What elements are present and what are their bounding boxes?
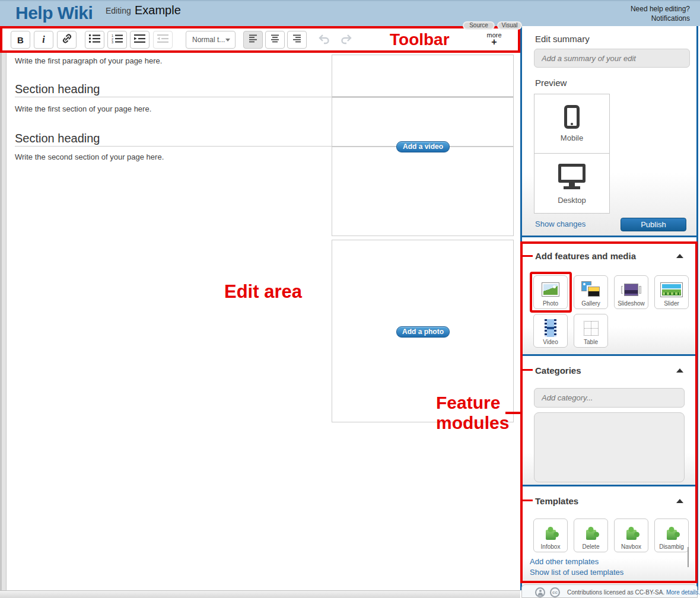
redo-icon: [340, 36, 353, 46]
slideshow-tool-button[interactable]: Slideshow: [614, 275, 648, 309]
annotation-dash: [523, 255, 533, 257]
svg-text:3: 3: [112, 40, 113, 43]
templates-module-title[interactable]: Templates: [535, 496, 578, 506]
plus-icon: +: [483, 39, 505, 46]
indent-button[interactable]: [130, 31, 149, 49]
gallery-tool-button[interactable]: Gallery: [574, 275, 608, 309]
puzzle-icon: [586, 530, 596, 540]
bullet-list-icon: [89, 34, 100, 46]
link-icon: [61, 33, 73, 47]
edit-summary-input[interactable]: [534, 49, 690, 68]
redo-button[interactable]: [340, 34, 353, 47]
tab-visual[interactable]: Visual: [497, 21, 522, 30]
need-help-link[interactable]: Need help editing?: [631, 5, 690, 13]
align-left-button[interactable]: [243, 31, 263, 49]
section-heading-2: Section heading: [15, 132, 100, 145]
align-left-icon: [249, 34, 257, 45]
template-navbox-label: Navbox: [621, 543, 641, 550]
slider-tool-button[interactable]: Slider: [654, 275, 689, 309]
slideshow-icon: [621, 284, 641, 296]
puzzle-icon: [626, 530, 637, 540]
preview-mobile-option[interactable]: Mobile: [534, 94, 609, 154]
media-placeholder-box: [332, 97, 514, 147]
page-title: Example: [135, 4, 181, 17]
add-video-button[interactable]: Add a video: [396, 141, 450, 152]
annotation-feature-line2: modules: [436, 413, 509, 433]
notifications-link[interactable]: Notifications: [651, 14, 690, 23]
header-bar: [0, 0, 700, 26]
creative-commons-icon: cc: [550, 587, 560, 597]
desktop-label: Desktop: [558, 196, 586, 205]
align-right-button[interactable]: [287, 31, 307, 49]
license-footer: cc Contributions licensed as CC-BY-SA. M…: [521, 584, 698, 598]
add-photo-button[interactable]: Add a photo: [396, 326, 450, 338]
undo-button[interactable]: [317, 34, 330, 47]
numbered-list-button[interactable]: 123: [107, 31, 127, 49]
mobile-label: Mobile: [561, 133, 583, 142]
template-delete-label: Delete: [583, 543, 600, 550]
annotation-dash: [523, 500, 533, 501]
slider-tool-label: Slider: [664, 300, 679, 307]
preview-desktop-option[interactable]: Desktop: [534, 154, 609, 214]
link-button[interactable]: [57, 31, 77, 49]
categories-module-title[interactable]: Categories: [535, 365, 581, 376]
table-tool-label: Table: [584, 339, 598, 345]
template-disambig-button[interactable]: Disambig: [654, 519, 689, 552]
format-dropdown[interactable]: Normal t...: [186, 31, 236, 49]
site-title[interactable]: Help Wiki: [15, 3, 93, 23]
bullet-list-button[interactable]: [85, 31, 104, 49]
outdent-button[interactable]: [153, 31, 173, 49]
collapse-arrow-icon[interactable]: [676, 254, 683, 258]
collapse-arrow-icon[interactable]: [676, 368, 683, 373]
template-navbox-button[interactable]: Navbox: [614, 519, 648, 552]
template-infobox-button[interactable]: Infobox: [533, 519, 568, 552]
annotation-dash: [523, 369, 533, 371]
align-center-icon: [271, 34, 279, 45]
more-details-link[interactable]: More details.: [666, 589, 700, 596]
edit-summary-label: Edit summary: [535, 34, 590, 44]
photo-tool-label: Photo: [543, 300, 558, 307]
italic-button[interactable]: i: [34, 31, 53, 49]
format-dropdown-value: Normal t...: [192, 36, 225, 44]
tab-source[interactable]: Source: [463, 21, 495, 30]
annotation-feature-line1: Feature: [436, 393, 509, 413]
annotation-connector-line: [505, 412, 521, 414]
annotation-edit-area-label: Edit area: [224, 281, 302, 303]
video-tool-button[interactable]: Video: [533, 314, 568, 348]
preview-options: Mobile Desktop: [534, 94, 610, 214]
section-heading-1: Section heading: [15, 82, 100, 96]
puzzle-icon: [546, 530, 556, 540]
preview-label: Preview: [535, 78, 567, 88]
license-text-static: Contributions licensed as CC-BY-SA.: [567, 589, 664, 596]
table-tool-button[interactable]: Table: [574, 314, 608, 348]
template-delete-button[interactable]: Delete: [574, 519, 608, 552]
undo-icon: [317, 36, 330, 46]
photo-tool-button[interactable]: Photo: [533, 275, 568, 309]
add-category-input[interactable]: [534, 388, 685, 408]
show-used-templates-link[interactable]: Show list of used templates: [530, 568, 623, 577]
show-changes-link[interactable]: Show changes: [535, 220, 586, 228]
video-tool-label: Video: [543, 339, 558, 345]
puzzle-icon: [667, 530, 677, 540]
indent-icon: [134, 34, 145, 46]
publish-button[interactable]: Publish: [621, 218, 686, 231]
collapse-arrow-icon[interactable]: [676, 499, 683, 503]
desktop-monitor-icon: [558, 164, 586, 183]
outdent-icon: [157, 34, 168, 46]
align-center-button[interactable]: [265, 31, 285, 49]
more-button[interactable]: more +: [483, 31, 505, 46]
add-other-templates-link[interactable]: Add other templates: [530, 557, 599, 566]
chevron-down-icon: [225, 39, 230, 42]
annotation-toolbar-label: Toolbar: [390, 30, 450, 49]
rail-scrollbar-thumb[interactable]: [688, 547, 689, 567]
table-icon: [584, 321, 599, 336]
license-text: Contributions licensed as CC-BY-SA. More…: [567, 589, 700, 596]
features-module-title[interactable]: Add features and media: [535, 251, 636, 261]
media-placeholder-box: [332, 55, 514, 97]
horizontal-scrollbar[interactable]: [0, 590, 520, 598]
mobile-phone-icon: [564, 105, 580, 129]
rail-right-border: [696, 26, 698, 590]
template-infobox-label: Infobox: [541, 543, 561, 550]
bold-button[interactable]: B: [11, 31, 30, 49]
annotation-feature-modules-label: Feature modules: [436, 393, 509, 433]
